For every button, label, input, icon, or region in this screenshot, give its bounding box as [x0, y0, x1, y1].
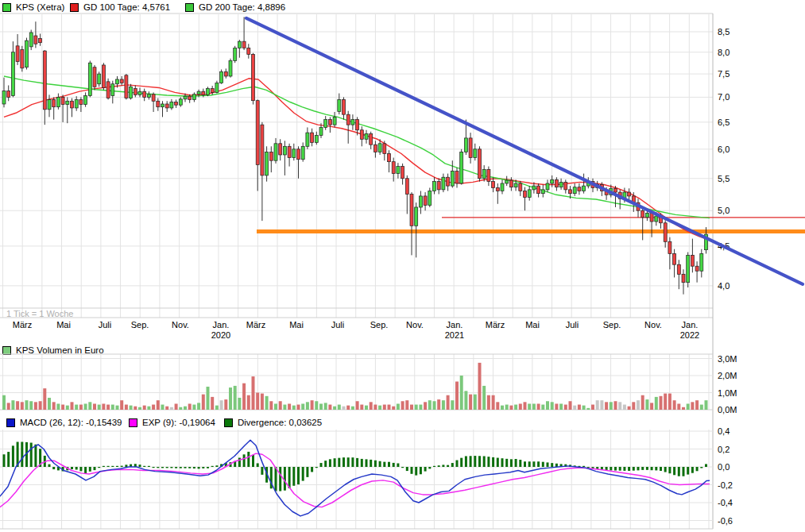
macd-histogram-bar [243, 454, 246, 467]
volume-bar [555, 403, 558, 410]
candle-body [351, 120, 354, 125]
month-label: März [246, 320, 265, 330]
volume-bar [79, 405, 83, 410]
volume-bar [668, 394, 671, 410]
candle-body [7, 91, 10, 98]
volume-bar [378, 406, 381, 410]
macd-histogram-bar [89, 467, 91, 472]
volume-axis-label: 2,0M [718, 371, 737, 380]
volume-bar [29, 401, 33, 410]
macd-histogram-bar [306, 467, 308, 477]
volume-bar [645, 399, 648, 410]
year-label: 2020 [211, 330, 230, 340]
price-axis-label: 6,0 [718, 145, 730, 154]
macd-histogram-bar [651, 467, 653, 470]
volume-bar [311, 400, 314, 410]
candle-body [234, 48, 237, 60]
volume-bar [88, 402, 91, 410]
candle-body [242, 41, 246, 48]
candle-body [215, 83, 219, 93]
volume-bar [442, 400, 445, 410]
volume-axis-label: 0,0M [718, 405, 737, 414]
macd-histogram-bar [292, 467, 295, 486]
macd-histogram-bar [111, 466, 114, 467]
volume-bar [586, 408, 590, 410]
candle-body [541, 190, 544, 194]
macd-histogram-bar [700, 467, 702, 468]
year-label: 2022 [680, 330, 699, 340]
year-label: 2021 [445, 330, 464, 340]
candle-body [93, 67, 96, 87]
macd-histogram-bar [501, 458, 504, 467]
candle-body [238, 41, 241, 48]
candle-body [451, 172, 454, 187]
macd-histogram-bar [329, 459, 331, 467]
volume-bar [93, 403, 96, 410]
candle-body [48, 99, 51, 109]
candle-body [224, 71, 227, 76]
volume-bar [673, 400, 676, 410]
macd-histogram-bar [34, 445, 37, 467]
volume-bar [464, 391, 467, 410]
candle-body [134, 89, 137, 95]
volume-bar [660, 396, 663, 410]
volume-bar [365, 406, 368, 410]
macd-histogram-bar [94, 467, 96, 470]
candle-body [202, 91, 205, 94]
macd-histogram-bar [519, 460, 521, 467]
volume-bar [424, 402, 427, 410]
candle-body [573, 187, 576, 194]
volume-bar [179, 407, 182, 410]
candle-body [424, 196, 427, 206]
macd-histogram-bar [75, 467, 78, 469]
month-label: Nov. [172, 320, 189, 330]
candle-body [469, 138, 472, 158]
candle-body [66, 101, 69, 104]
volume-bar [346, 406, 350, 410]
volume-bar [202, 395, 205, 410]
macd-histogram-bar [411, 467, 413, 474]
volume-bar [415, 405, 418, 410]
candle-body [524, 191, 527, 197]
volume-bar [351, 407, 354, 410]
macd-histogram-bar [515, 459, 517, 467]
candle-body [120, 79, 123, 83]
candle-body [319, 127, 323, 135]
candle-body [211, 89, 214, 93]
candle-body [478, 149, 482, 179]
volume-bar [687, 403, 690, 410]
macd-histogram-bar [343, 457, 345, 467]
volume-bar [11, 400, 14, 410]
price-axis-label: 5,0 [718, 206, 730, 215]
macd-histogram-bar [542, 462, 544, 467]
macd-histogram-bar [356, 458, 358, 467]
candle-body [84, 96, 87, 105]
volume-bar [152, 405, 155, 410]
volume-bar [220, 400, 223, 410]
volume-bar [514, 405, 517, 410]
candle-body [16, 46, 19, 62]
price-axis-label: 8,5 [718, 27, 730, 37]
volume-bar [582, 406, 586, 410]
macd-histogram-bar [474, 456, 476, 467]
candle-body [279, 144, 282, 155]
macd-histogram-bar [510, 459, 513, 467]
macd-histogram-bar [107, 466, 110, 467]
candle-body [388, 154, 391, 162]
macd-histogram-bar [184, 467, 187, 468]
volume-bar [600, 400, 603, 410]
macd-histogram-bar [161, 467, 164, 468]
volume-bar [238, 398, 241, 410]
macd-histogram-bar [324, 461, 327, 467]
candle-body [175, 102, 178, 106]
volume-bar [52, 402, 56, 410]
candle-body [106, 82, 110, 98]
macd-histogram-bar [393, 463, 395, 467]
candle-body [157, 101, 160, 106]
volume-bar [401, 401, 404, 410]
macd-axis-label: 0,2 [718, 445, 730, 454]
volume-bar [34, 402, 37, 410]
volume-bar [695, 400, 699, 410]
macd-histogram-bar [351, 457, 354, 467]
candle-body [229, 60, 232, 75]
